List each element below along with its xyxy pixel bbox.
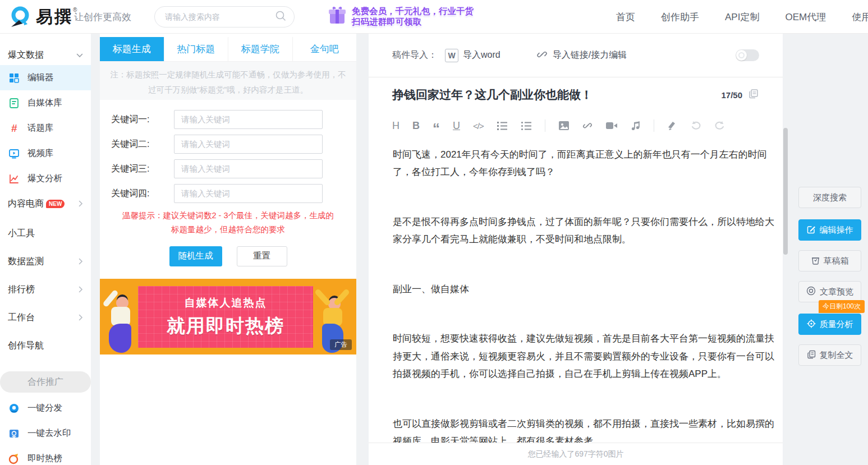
keyword-input-2[interactable] — [174, 135, 323, 154]
video-icon[interactable] — [605, 121, 618, 130]
article-preview-label: 文章预览 — [820, 287, 853, 297]
sidebar-item-tools[interactable]: 小工具 — [0, 221, 91, 246]
paragraph[interactable]: 是不是恨不得再多点时间多挣钱点，过了体面的新年呢？只要你们需要什么，所以特地给大… — [393, 213, 778, 248]
drafts-label: 草稿箱 — [824, 256, 849, 266]
target-icon — [807, 319, 816, 330]
brush-icon[interactable] — [667, 121, 677, 131]
keyword-input-1[interactable] — [174, 110, 323, 129]
quote-icon[interactable]: “ — [433, 126, 440, 131]
paragraph[interactable]: 副业一、做自媒体 — [393, 280, 778, 298]
sidebar-item-label: 编辑器 — [27, 72, 54, 84]
redo-icon[interactable] — [714, 121, 725, 131]
tab-title-academy[interactable]: 标题学院 — [228, 37, 293, 61]
mode-toggle[interactable] — [736, 49, 759, 61]
sidebar-item-creation-nav[interactable]: 创作导航 — [0, 333, 91, 358]
heading-icon[interactable]: H — [392, 121, 399, 131]
toolbar-divider — [545, 119, 545, 132]
promo-line-1: 免费会员，千元礼包，行业干货 — [352, 6, 474, 16]
sidebar-item-hot-analysis[interactable]: 爆文分析 — [0, 166, 91, 191]
sidebar-item-video-library[interactable]: 视频库 — [0, 141, 91, 166]
editor-scrollbar[interactable] — [783, 128, 788, 255]
sidebar-item-remove-watermark[interactable]: 一键去水印 — [0, 421, 91, 446]
nav-creation-assistant[interactable]: 创作助手 — [661, 11, 699, 24]
sidebar-item-media-library[interactable]: 自媒体库 — [0, 90, 91, 116]
underline-icon[interactable]: U — [453, 121, 460, 131]
article-preview-button[interactable]: 文章预览 — [798, 281, 861, 302]
search-icon[interactable] — [275, 10, 286, 24]
paragraph[interactable]: 时间飞速，2021年只有今天的时间了，而距离真正意义上的新年也只有一个月左右的时… — [393, 146, 778, 181]
keyword-tip: 温馨提示：建议关键词数2 - 3个最佳，关键词越多，生成的标题量越少，但越符合您… — [111, 209, 345, 237]
toolbar-divider — [654, 119, 654, 132]
title-row: 挣钱回家过年？这几个副业你也能做！ 17/50 — [369, 77, 783, 112]
ordered-list-icon[interactable] — [497, 121, 508, 131]
generate-button[interactable]: 随机生成 — [169, 246, 222, 266]
keyword-input-4[interactable] — [174, 184, 323, 203]
word-icon: W — [445, 49, 458, 62]
sidebar-item-topic-library[interactable]: # 话题库 — [0, 116, 91, 141]
draft-box-icon — [811, 256, 820, 266]
keyword-input-3[interactable] — [174, 159, 323, 178]
nav-api[interactable]: API定制 — [725, 11, 759, 24]
image-icon[interactable] — [558, 121, 570, 131]
sidebar-item-label: 一键去水印 — [27, 427, 71, 439]
ad-banner[interactable]: 自媒体人追热点 就用即时热榜 广告 — [100, 279, 356, 354]
bold-icon[interactable]: B — [412, 121, 420, 131]
deep-search-label: 深度搜索 — [813, 192, 847, 203]
quality-analysis-button[interactable]: 质量分析 — [798, 314, 861, 335]
article-title-input[interactable]: 挣钱回家过年？这几个副业你也能做！ — [392, 87, 721, 103]
code-icon[interactable]: </> — [473, 122, 484, 130]
editor-toolbar: H B “ U </> — [369, 112, 783, 139]
tab-title-generate[interactable]: 标题生成 — [100, 37, 164, 61]
tab-golden-quotes[interactable]: 金句吧 — [293, 37, 357, 61]
sidebar-item-label: 工作台 — [8, 312, 35, 324]
chevron-right-icon — [79, 313, 83, 323]
article-body[interactable]: 时间飞速，2021年只有今天的时间了，而距离真正意义上的新年也只有一个月左右的时… — [369, 139, 783, 465]
quality-quota-badge: 今日剩100次 — [819, 300, 865, 313]
import-word-button[interactable]: W 导入word — [437, 49, 500, 62]
reset-button[interactable]: 重置 — [237, 246, 287, 266]
logo-text: 易撰 — [36, 4, 73, 29]
deep-search-button[interactable]: 深度搜索 — [798, 187, 861, 208]
keyword-row-1: 关键词一: — [111, 110, 345, 129]
undo-icon[interactable] — [690, 121, 701, 131]
chain-link-icon — [536, 49, 548, 62]
search-input[interactable] — [165, 12, 275, 21]
nav-help-truncated[interactable]: 使用 — [852, 11, 868, 24]
sidebar-item-editor[interactable]: 编辑器 — [0, 65, 91, 90]
copy-icon — [807, 350, 816, 361]
eye-icon — [806, 286, 816, 297]
sidebar-item-one-key-dispatch[interactable]: 一键分发 — [0, 395, 91, 421]
link-icon[interactable] — [582, 121, 593, 131]
copy-all-label: 复制全文 — [820, 350, 853, 361]
nav-oem[interactable]: OEM代理 — [785, 11, 826, 24]
promo-banner[interactable]: 免费会员，千元礼包，行业干货 扫码进群即可领取 — [327, 4, 474, 28]
quality-analysis-label: 质量分析 — [820, 319, 853, 330]
logo[interactable]: 易撰 ® — [8, 4, 77, 31]
article-editor: 稿件导入： W 导入word 导入链接/接力编辑 挣钱回家过年？这几个副业你也能… — [369, 34, 783, 465]
copy-all-button[interactable]: 复制全文 — [798, 344, 861, 366]
sidebar-item-label: 话题库 — [27, 122, 54, 134]
ad-line-1: 自媒体人追热点 — [185, 296, 267, 310]
import-word-label: 导入word — [463, 49, 500, 61]
sidebar-group-label: 爆文数据 — [8, 49, 44, 61]
nav-home[interactable]: 首页 — [616, 11, 635, 24]
tab-hot-titles[interactable]: 热门标题 — [164, 37, 229, 61]
top-navbar: 易撰 ® 让创作更高效 — [0, 0, 868, 34]
sidebar-item-realtime-hotlist[interactable]: 即时热榜 — [0, 446, 91, 465]
keyword-row-3: 关键词三: — [111, 159, 345, 178]
unordered-list-icon[interactable] — [521, 121, 532, 131]
sidebar-item-data-monitor[interactable]: 数据监测 — [0, 249, 91, 274]
sidebar-item-rankings[interactable]: 排行榜 — [0, 277, 91, 302]
sidebar-group-hot-data[interactable]: 爆文数据 — [0, 45, 91, 65]
sidebar-item-label: 一键分发 — [27, 402, 62, 414]
sidebar-item-content-ecommerce[interactable]: 内容电商 NEW — [0, 191, 91, 217]
import-link-button[interactable]: 导入链接/接力编辑 — [536, 49, 627, 62]
copy-title-icon[interactable] — [748, 88, 759, 102]
sidebar-item-workbench[interactable]: 工作台 — [0, 305, 91, 330]
music-icon[interactable] — [631, 121, 641, 131]
left-sidebar: 爆文数据 编辑器 — [0, 34, 91, 465]
edit-operations-button[interactable]: 编辑操作 — [798, 219, 861, 241]
drafts-button[interactable]: 草稿箱 — [798, 250, 861, 271]
paragraph[interactable]: 时间较短，想要快速获得收益，建议先做短视频，首先是目前各大平台第一短视频的流量扶… — [393, 330, 778, 383]
top-nav-links: 首页 创作助手 API定制 OEM代理 使用 — [616, 0, 868, 34]
